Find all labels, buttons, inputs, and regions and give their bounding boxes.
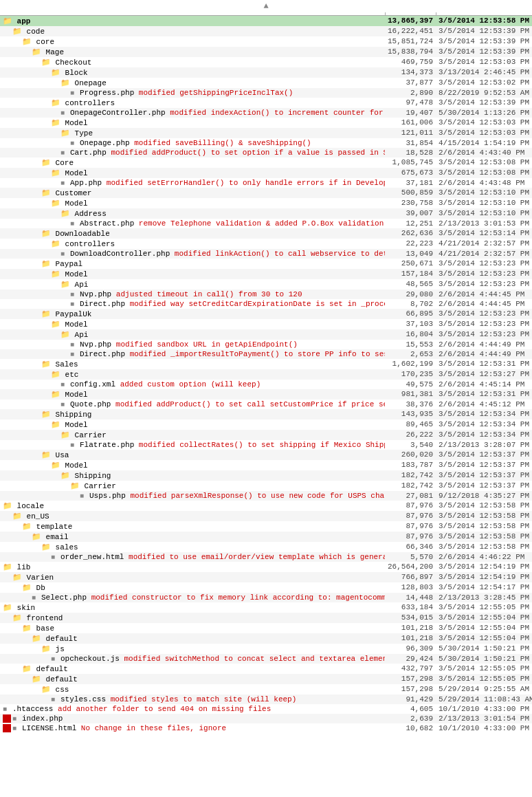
list-item[interactable]: 📁 email87,9763/5/2014 12:53:58 PM <box>0 532 532 542</box>
column-header-size[interactable] <box>385 12 436 16</box>
list-item[interactable]: ■ OnepageController.php modified indexAc… <box>0 108 532 118</box>
list-item[interactable]: 📁 controllers22,2234/21/2014 2:32:57 PM <box>0 239 532 249</box>
list-item[interactable]: 📁 en_US87,9763/5/2014 12:53:58 PM <box>0 511 532 521</box>
list-item[interactable]: 📁 default101,2183/5/2014 12:55:04 PM <box>0 633 532 644</box>
list-item[interactable]: 📁 skin633,1843/5/2014 12:55:05 PM <box>0 602 532 613</box>
list-item[interactable]: 📁 Varien766,8973/5/2014 12:54:19 PM <box>0 572 532 582</box>
list-item[interactable]: ■ config.xml added custom option (will k… <box>0 380 532 389</box>
list-item[interactable]: ■ .htaccess add another folder to send 4… <box>0 704 532 714</box>
name-cell: 📁 Api <box>0 329 385 340</box>
list-item[interactable]: 📁 lib26,564,2003/5/2014 12:54:19 PM <box>0 562 532 572</box>
list-item[interactable]: 📁 Carrier26,2223/5/2014 12:53:34 PM <box>0 430 532 440</box>
list-item[interactable]: 📁 Model157,1843/5/2014 12:53:23 PM <box>0 269 532 279</box>
list-item[interactable]: ■ Abstract.php remove Telephone validati… <box>0 219 532 228</box>
list-item[interactable]: ■ LICENSE.html No change in these files,… <box>0 723 532 733</box>
list-item[interactable]: 📁 Downloadable262,6363/5/2014 12:53:14 P… <box>0 228 532 239</box>
folder-icon: 📁 <box>32 675 46 684</box>
list-item[interactable]: 📁 Shipping143,9353/5/2014 12:53:34 PM <box>0 409 532 419</box>
list-item[interactable]: 📁 Customer500,8593/5/2014 12:53:10 PM <box>0 188 532 198</box>
size-cell: 26,564,200 <box>385 562 436 572</box>
list-item[interactable]: 📁 Model675,6733/5/2014 12:53:08 PM <box>0 168 532 178</box>
list-item[interactable]: 📁 Address39,0073/5/2014 12:53:10 PM <box>0 208 532 219</box>
top-arrow-indicator: ▲ <box>0 0 532 12</box>
modified-cell: 3/5/2014 12:53:39 PM <box>436 36 532 47</box>
list-item[interactable]: 📁 Mage15,838,7943/5/2014 12:53:39 PM <box>0 47 532 57</box>
list-item[interactable]: 📁 locale87,9763/5/2014 12:53:58 PM <box>0 501 532 511</box>
name-cell: 📁 Carrier <box>0 430 385 440</box>
list-item[interactable]: 📁 sales66,3463/5/2014 12:53:58 PM <box>0 542 532 552</box>
list-item[interactable]: ■ index.php2,6392/13/2013 3:01:54 PM <box>0 714 532 723</box>
list-item[interactable]: ■ Progress.php modified getShippingPrice… <box>0 88 532 98</box>
list-item[interactable]: 📁 Api48,5653/5/2014 12:53:23 PM <box>0 279 532 290</box>
list-item[interactable]: 📁 Api16,8043/5/2014 12:53:23 PM <box>0 329 532 340</box>
folder-icon: 📁 <box>3 17 17 25</box>
list-item[interactable]: 📁 Db128,8033/5/2014 12:54:17 PM <box>0 582 532 593</box>
list-item[interactable]: 📁 Carrier182,7423/5/2014 12:53:37 PM <box>0 481 532 491</box>
list-item[interactable]: 📁 Usa260,0203/5/2014 12:53:37 PM <box>0 450 532 460</box>
list-item[interactable]: ■ Direct.php modified _importResultToPay… <box>0 349 532 359</box>
list-item[interactable]: 📁 Sales1,602,1993/5/2014 12:53:31 PM <box>0 359 532 369</box>
list-item[interactable]: ■ Cart.php modified addProduct() to set … <box>0 148 532 157</box>
list-item[interactable]: 📁 Model230,7583/5/2014 12:53:10 PM <box>0 198 532 208</box>
modified-cell: 3/5/2014 12:55:05 PM <box>436 664 532 674</box>
list-item[interactable]: ■ styles.css modified styles to match si… <box>0 695 532 704</box>
list-item[interactable]: 📁 default157,2983/5/2014 12:55:05 PM <box>0 674 532 684</box>
list-item[interactable]: 📁 code16,222,4513/5/2014 12:53:39 PM <box>0 26 532 36</box>
folder-icon: 📁 <box>32 533 46 541</box>
list-item[interactable]: 📁 Model981,3813/5/2014 12:53:31 PM <box>0 389 532 400</box>
name-cell: 📁 skin <box>0 602 385 613</box>
modified-cell: 2/6/2014 4:44:49 PM <box>436 340 532 349</box>
list-item[interactable]: 📁 Block134,3733/13/2014 2:46:45 PM <box>0 67 532 78</box>
list-item[interactable]: 📁 Model161,0063/5/2014 12:53:03 PM <box>0 118 532 128</box>
list-item[interactable]: 📁 js96,3095/30/2014 1:50:21 PM <box>0 644 532 654</box>
list-item[interactable]: ■ Flatrate.php modified collectRates() t… <box>0 440 532 450</box>
file-name: template <box>36 523 73 531</box>
file-name: frontend <box>27 614 63 622</box>
list-item[interactable]: 📁 default432,7973/5/2014 12:55:05 PM <box>0 664 532 674</box>
column-header-modified[interactable] <box>436 12 532 16</box>
modified-cell: 3/5/2014 12:53:03 PM <box>436 128 532 138</box>
folder-icon: 📁 <box>51 240 65 248</box>
modified-cell: 2/6/2014 4:43:48 PM <box>436 178 532 188</box>
list-item[interactable]: 📁 template87,9763/5/2014 12:53:58 PM <box>0 521 532 532</box>
list-item[interactable]: 📁 Model37,1033/5/2014 12:53:23 PM <box>0 319 532 329</box>
list-item[interactable]: ■ DownloadController.php modified linkAc… <box>0 249 532 259</box>
name-cell: ■ Progress.php modified getShippingPrice… <box>0 88 385 98</box>
list-item[interactable]: 📁 css157,2985/29/2014 9:25:55 AM <box>0 684 532 695</box>
list-item[interactable]: 📁 etc170,2353/5/2014 12:53:27 PM <box>0 369 532 380</box>
list-item[interactable]: 📁 frontend534,0153/5/2014 12:55:04 PM <box>0 613 532 623</box>
list-item[interactable]: 📁 Shipping182,7423/5/2014 12:53:37 PM <box>0 470 532 481</box>
file-name: Model <box>65 461 88 470</box>
list-item[interactable]: 📁 controllers97,4783/5/2014 12:53:39 PM <box>0 98 532 108</box>
list-item[interactable]: 📁 app13,865,3973/5/2014 12:53:58 PM <box>0 16 532 27</box>
list-item[interactable]: ■ opcheckout.js modified switchMethod to… <box>0 654 532 664</box>
list-item[interactable]: 📁 core15,851,7243/5/2014 12:53:39 PM <box>0 36 532 47</box>
folder-icon: 📁 <box>32 48 46 56</box>
list-item[interactable]: 📁 Type121,0113/5/2014 12:53:03 PM <box>0 128 532 138</box>
modified-cell: 3/5/2014 12:53:58 PM <box>436 542 532 552</box>
modified-cell: 3/5/2014 12:53:23 PM <box>436 279 532 290</box>
file-icon: ■ <box>70 291 78 298</box>
list-item[interactable]: 📁 Paypal250,6713/5/2014 12:53:23 PM <box>0 259 532 269</box>
size-cell: 500,859 <box>385 188 436 198</box>
list-item[interactable]: ■ Select.php modified constructor to fix… <box>0 593 532 602</box>
modified-cell: 3/5/2014 12:53:23 PM <box>436 329 532 340</box>
list-item[interactable]: ■ order_new.html modified to use email/o… <box>0 552 532 562</box>
file-name: Onepage <box>75 79 107 87</box>
file-name: Flatrate.php <box>80 441 134 449</box>
list-item[interactable]: ■ Usps.php modified parseXmlResponse() t… <box>0 491 532 501</box>
list-item[interactable]: 📁 base101,2183/5/2014 12:55:04 PM <box>0 623 532 633</box>
list-item[interactable]: ■ Quote.php modified addProduct() to set… <box>0 400 532 409</box>
list-item[interactable]: 📁 Onepage37,8773/5/2014 12:53:02 PM <box>0 78 532 88</box>
column-header-name[interactable] <box>0 12 385 16</box>
list-item[interactable]: ■ Nvp.php adjusted timeout in call() fro… <box>0 290 532 299</box>
list-item[interactable]: ■ App.php modified setErrorHandler() to … <box>0 178 532 188</box>
list-item[interactable]: ■ Nvp.php modified sandbox URL in getApi… <box>0 340 532 349</box>
list-item[interactable]: 📁 Core1,085,7453/5/2014 12:53:08 PM <box>0 157 532 168</box>
list-item[interactable]: 📁 Model183,7873/5/2014 12:53:37 PM <box>0 460 532 470</box>
list-item[interactable]: ■ Direct.php modified way setCreditCardE… <box>0 299 532 309</box>
list-item[interactable]: 📁 Checkout469,7593/5/2014 12:53:03 PM <box>0 57 532 67</box>
list-item[interactable]: 📁 Model89,4653/5/2014 12:53:34 PM <box>0 419 532 430</box>
list-item[interactable]: 📁 PaypalUk66,8953/5/2014 12:53:23 PM <box>0 309 532 319</box>
list-item[interactable]: ■ Onepage.php modified saveBilling() & s… <box>0 138 532 148</box>
